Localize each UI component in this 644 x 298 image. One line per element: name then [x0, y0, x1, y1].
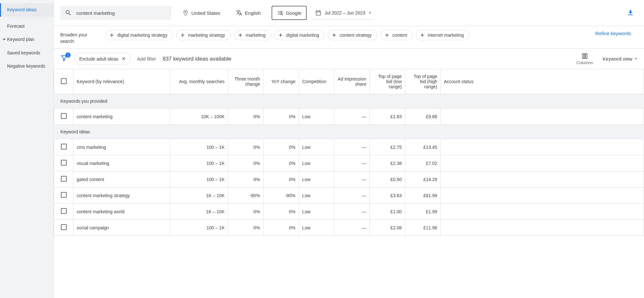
cell-keyword[interactable]: cms marketing [73, 139, 170, 155]
table-row: gated content100 – 1K0%0%Low—£0.50£14.29 [54, 171, 644, 187]
location-value: United States [191, 10, 220, 16]
header-yoy[interactable]: YoY change [264, 69, 299, 94]
cell-impression: — [334, 109, 370, 125]
broaden-chip[interactable]: internet marketing [416, 30, 469, 40]
header-bid-high[interactable]: Top of page bid (high range) [405, 69, 441, 94]
cell-yoy: -90% [264, 187, 299, 204]
broaden-chip[interactable]: marketing strategy [176, 30, 231, 40]
sidebar-item-keyword-ideas[interactable]: Keyword ideas [0, 3, 53, 17]
chip-label: content strategy [340, 33, 372, 38]
cell-keyword[interactable]: social campaign [73, 220, 170, 236]
networks-filter[interactable]: Google [272, 6, 306, 20]
keyword-table: Keyword (by relevance) Avg. monthly sear… [54, 69, 644, 236]
search-value: content marketing [76, 10, 115, 16]
add-filter-button[interactable]: Add filter [137, 56, 156, 62]
broaden-chip[interactable]: digital marketing [274, 30, 324, 40]
sidebar-divider [10, 18, 47, 18]
view-label: Keyword view [603, 56, 633, 62]
filter-funnel-button[interactable]: 1 [60, 54, 68, 63]
cell-keyword[interactable]: content marketing [73, 109, 170, 125]
cell-bid-low: £1.83 [370, 109, 405, 125]
keyword-view-dropdown[interactable]: Keyword view ▼ [603, 56, 638, 62]
language-filter[interactable]: English [231, 6, 265, 19]
cell-keyword[interactable]: gated content [73, 171, 170, 187]
sidebar-item-negative-keywords[interactable]: Negative keywords [0, 60, 53, 73]
location-icon [182, 10, 189, 16]
svg-point-0 [278, 11, 279, 12]
row-checkbox[interactable] [61, 113, 67, 119]
cell-bid-low: £0.50 [370, 171, 405, 187]
cell-bid-high: £11.96 [405, 220, 441, 236]
select-all-checkbox[interactable] [61, 78, 67, 84]
cell-three-month: 0% [228, 109, 264, 125]
sidebar-item-saved-keywords[interactable]: Saved keywords [0, 46, 53, 60]
networks-icon [277, 10, 283, 16]
broaden-chip[interactable]: digital marketing strategy [105, 30, 173, 40]
cell-searches: 100 – 1K [170, 171, 228, 187]
cell-competition: Low [299, 155, 334, 171]
broaden-chip[interactable]: marketing [234, 30, 271, 40]
header-keyword[interactable]: Keyword (by relevance) [73, 69, 170, 94]
broaden-chip[interactable]: content strategy [328, 30, 377, 40]
sidebar-item-label: Keyword plan [7, 36, 34, 43]
cell-keyword[interactable]: content marketing strategy [73, 187, 170, 204]
row-checkbox[interactable] [61, 224, 67, 230]
cell-bid-low: £3.63 [370, 187, 405, 204]
header-impression[interactable]: Ad impression share [334, 69, 370, 94]
dropdown-icon: ▼ [369, 11, 372, 14]
cell-three-month: -90% [228, 187, 264, 204]
header-searches[interactable]: Avg. monthly searches [170, 69, 228, 94]
language-value: English [245, 10, 261, 16]
cell-yoy: 0% [264, 109, 299, 125]
cell-three-month: 0% [228, 139, 264, 155]
cell-competition: Low [299, 171, 334, 187]
plus-icon [419, 32, 425, 38]
date-range-value: Jul 2022 – Jun 2023 [325, 10, 365, 15]
cell-bid-high: £7.02 [405, 155, 441, 171]
plus-icon [331, 32, 337, 38]
plus-icon [384, 32, 390, 38]
cell-bid-high: £14.29 [405, 171, 441, 187]
refine-keywords-link[interactable]: Refine keywords [589, 30, 638, 37]
sidebar-item-forecast[interactable]: Forecast [0, 20, 53, 33]
row-checkbox[interactable] [61, 176, 67, 182]
search-input[interactable]: content marketing [60, 6, 171, 20]
cell-three-month: 0% [228, 155, 264, 171]
plus-icon [237, 32, 243, 38]
location-filter[interactable]: United States [178, 6, 225, 19]
cell-three-month: 0% [228, 204, 264, 220]
broaden-chip[interactable]: content [380, 30, 413, 40]
cell-searches: 100 – 1K [170, 220, 228, 236]
row-checkbox[interactable] [61, 192, 67, 198]
cell-status [441, 109, 644, 125]
broaden-chips: digital marketing strategymarketing stra… [105, 30, 582, 40]
translate-icon [236, 10, 242, 16]
cell-searches: 10K – 100K [170, 109, 228, 125]
cell-yoy: 0% [264, 220, 299, 236]
row-checkbox[interactable] [61, 208, 67, 214]
header-bid-low[interactable]: Top of page bid (low range) [370, 69, 405, 94]
calendar-icon [315, 10, 322, 16]
chip-label: content [392, 33, 407, 38]
sidebar-item-keyword-plan[interactable]: Keyword plan [0, 33, 53, 46]
download-button[interactable] [627, 9, 634, 17]
table-section-row: Keyword ideas [54, 125, 644, 139]
cell-three-month: 0% [228, 171, 264, 187]
row-checkbox[interactable] [61, 144, 67, 149]
date-range-filter[interactable]: Jul 2022 – Jun 2023 ▼ [313, 6, 374, 20]
header-three-month[interactable]: Three month change [228, 69, 264, 94]
cell-competition: Low [299, 220, 334, 236]
header-status[interactable]: Account status [441, 69, 644, 94]
remove-filter-button[interactable]: ✕ [121, 56, 126, 62]
cell-competition: Low [299, 139, 334, 155]
cell-bid-high: £81.99 [405, 187, 441, 204]
cell-impression: — [334, 220, 370, 236]
header-competition[interactable]: Competition [299, 69, 334, 94]
cell-keyword[interactable]: visual marketing [73, 155, 170, 171]
row-checkbox[interactable] [61, 160, 67, 166]
cell-keyword[interactable]: content marketing world [73, 204, 170, 220]
cell-searches: 100 – 1K [170, 139, 228, 155]
cell-impression: — [334, 155, 370, 171]
cell-status [441, 171, 644, 187]
columns-button[interactable]: Columns [576, 53, 593, 65]
